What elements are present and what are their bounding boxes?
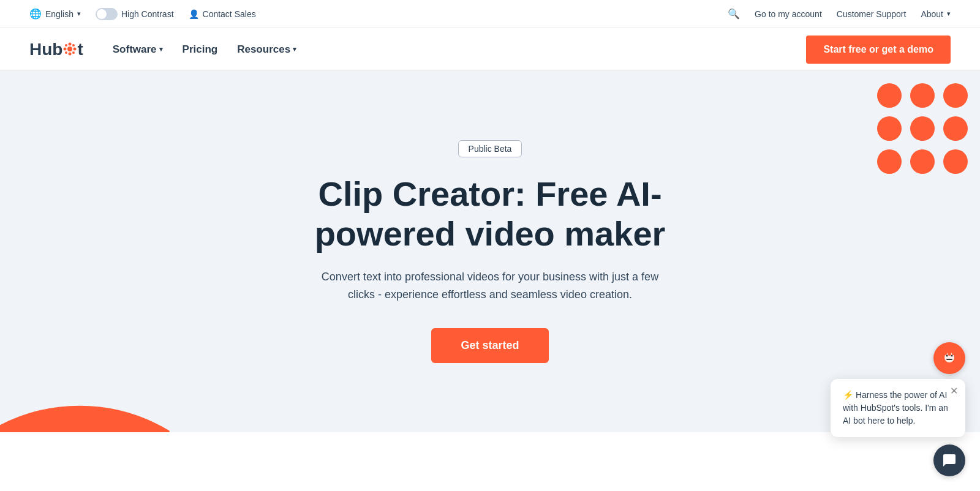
go-to-account-label: Go to my account	[755, 9, 822, 19]
language-label: English	[45, 9, 74, 19]
high-contrast-label: High Contrast	[121, 9, 174, 19]
customer-support-label: Customer Support	[837, 9, 907, 19]
svg-point-7	[65, 51, 67, 54]
contact-sales-label: Contact Sales	[203, 9, 256, 19]
svg-point-0	[67, 47, 72, 51]
logo-hub-text: Hub	[29, 40, 62, 59]
pricing-link[interactable]: Pricing	[183, 43, 218, 56]
dot-grid-decoration	[877, 83, 968, 174]
hero-subtitle: Convert text into professional videos fo…	[312, 268, 668, 304]
svg-point-6	[72, 44, 75, 47]
nav-links: Software ▾ Pricing Resources ▾	[113, 43, 296, 56]
language-chevron-icon: ▾	[77, 10, 81, 18]
svg-point-8	[72, 51, 75, 54]
svg-rect-13	[946, 359, 952, 360]
svg-point-11	[946, 355, 948, 357]
svg-point-12	[951, 355, 953, 357]
high-contrast-toggle[interactable]: High Contrast	[96, 8, 174, 20]
customer-support-link[interactable]: Customer Support	[837, 9, 907, 19]
main-nav: Hub t Software ▾ Pricing	[0, 28, 980, 71]
software-chevron-icon: ▾	[159, 45, 163, 53]
go-to-account-link[interactable]: Go to my account	[755, 9, 822, 19]
about-label: About	[921, 9, 943, 19]
pricing-label: Pricing	[183, 43, 218, 56]
svg-point-3	[64, 47, 67, 50]
resources-label: Resources	[237, 43, 290, 56]
hubspot-logo[interactable]: Hub t	[29, 40, 83, 59]
person-icon: 👤	[189, 9, 199, 19]
nav-left: Hub t Software ▾ Pricing	[29, 40, 296, 59]
svg-point-14	[944, 353, 947, 355]
toggle-switch[interactable]	[96, 8, 118, 20]
logo-spot-text: t	[77, 40, 83, 59]
about-chevron-icon: ▾	[947, 10, 951, 18]
resources-menu[interactable]: Resources ▾	[237, 43, 296, 56]
svg-point-16	[948, 350, 951, 353]
svg-point-4	[74, 47, 77, 50]
dot-2	[910, 83, 935, 108]
contact-sales-link[interactable]: 👤 Contact Sales	[189, 9, 256, 19]
dot-4	[877, 116, 902, 141]
hero-title: Clip Creator: Free AI-powered video make…	[288, 174, 692, 253]
dot-7	[877, 149, 902, 174]
dot-1	[877, 83, 902, 108]
chat-widget: ✕ ⚡ Harness the power of AI with HubSpot…	[831, 342, 965, 432]
software-menu[interactable]: Software ▾	[113, 43, 163, 56]
software-label: Software	[113, 43, 157, 56]
get-started-button[interactable]: Get started	[431, 328, 548, 363]
chat-avatar[interactable]	[933, 342, 965, 374]
hero-content: Public Beta Clip Creator: Free AI-powere…	[276, 103, 704, 399]
top-bar-left: 🌐 English ▾ High Contrast 👤 Contact Sale…	[29, 8, 256, 20]
top-bar-right: 🔍 Go to my account Customer Support Abou…	[728, 8, 951, 20]
hubspot-sprocket-icon	[63, 42, 77, 56]
svg-point-5	[65, 44, 67, 47]
chat-message-text: ⚡ Harness the power of AI with HubSpot's…	[843, 390, 948, 425]
svg-point-15	[952, 353, 954, 355]
top-bar: 🌐 English ▾ High Contrast 👤 Contact Sale…	[0, 0, 980, 28]
bot-icon	[940, 349, 959, 367]
start-free-button[interactable]: Start free or get a demo	[806, 36, 951, 64]
dot-9	[943, 149, 968, 174]
beta-badge: Public Beta	[458, 140, 522, 157]
language-selector[interactable]: 🌐 English ▾	[29, 8, 81, 20]
resources-chevron-icon: ▾	[293, 45, 296, 53]
dot-8	[910, 149, 935, 174]
chat-close-button[interactable]: ✕	[950, 385, 958, 397]
dot-3	[943, 83, 968, 108]
dot-5	[910, 116, 935, 141]
svg-point-2	[69, 52, 72, 55]
svg-point-1	[69, 42, 72, 45]
rainbow-decoration	[0, 249, 178, 432]
dot-6	[943, 116, 968, 141]
search-icon[interactable]: 🔍	[728, 8, 740, 20]
about-menu[interactable]: About ▾	[921, 9, 951, 19]
chat-message-bubble: ✕ ⚡ Harness the power of AI with HubSpot…	[831, 379, 965, 432]
globe-icon: 🌐	[29, 8, 42, 20]
